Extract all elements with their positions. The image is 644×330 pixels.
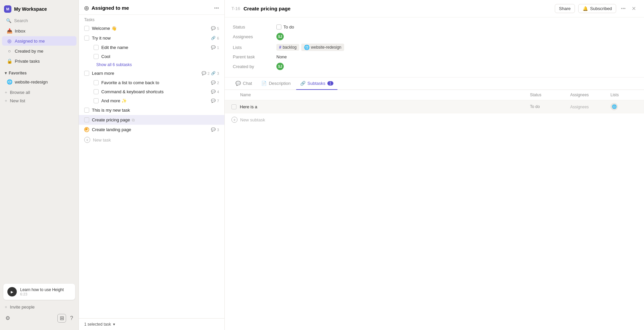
status-value[interactable]: To do bbox=[276, 24, 294, 30]
workspace-header[interactable]: M My Workspace bbox=[0, 3, 78, 15]
assignees-label: Assignees bbox=[233, 34, 276, 39]
new-task-label: New task bbox=[93, 138, 111, 143]
new-subtask-button[interactable]: + New subtask bbox=[225, 113, 644, 126]
workspace-name: My Workspace bbox=[14, 6, 47, 12]
comment-count: 5 bbox=[217, 26, 219, 31]
detail-panel: T-16 Create pricing page Share 🔔 Subscri… bbox=[225, 0, 644, 330]
lists-value[interactable]: # backlog 🌐 website-redesign bbox=[276, 44, 344, 51]
globe-list-icon: 🌐 bbox=[304, 45, 310, 50]
subtask-name: Favorite a list to come back to bbox=[101, 80, 208, 85]
list-item[interactable]: And more ✨ 💬 7 bbox=[79, 96, 224, 105]
new-task-button[interactable]: + New task bbox=[79, 134, 224, 145]
list-tag-backlog[interactable]: # backlog bbox=[276, 44, 299, 51]
sidebar-item-label: Assigned to me bbox=[15, 39, 45, 44]
parent-task-value[interactable]: None bbox=[276, 54, 287, 59]
subtask-checkbox[interactable] bbox=[94, 98, 99, 103]
collapse-icon[interactable]: ▾ bbox=[5, 71, 7, 75]
subtask-checkbox[interactable] bbox=[94, 54, 99, 59]
hash-icon: # bbox=[279, 45, 281, 50]
parent-task-label: Parent task bbox=[233, 54, 276, 59]
creator-avatar: SJ bbox=[276, 63, 284, 70]
sidebar-item-website-redesign[interactable]: 🌐 website-redesign bbox=[2, 77, 76, 87]
invite-people-link[interactable]: + Invite people bbox=[0, 302, 78, 312]
new-list-link[interactable]: + New list bbox=[0, 97, 78, 105]
comment-icon: 💬 bbox=[211, 90, 216, 94]
dropdown-icon[interactable]: ▾ bbox=[113, 322, 115, 327]
subscribed-button[interactable]: 🔔 Subscribed bbox=[578, 4, 616, 13]
task-checkbox[interactable] bbox=[84, 117, 89, 122]
show-subtasks-button[interactable]: Show all 6 subtasks bbox=[79, 61, 224, 68]
subtask-name-input[interactable] bbox=[240, 104, 530, 109]
task-checkbox[interactable] bbox=[84, 71, 89, 76]
subtask-checkbox[interactable] bbox=[94, 80, 99, 85]
table-row[interactable]: Create pricing page ⧉ bbox=[79, 115, 224, 125]
search-bar[interactable]: 🔍 Search bbox=[2, 16, 76, 25]
sidebar-item-assigned[interactable]: ◎ Assigned to me bbox=[2, 36, 76, 46]
subtask-row-checkbox[interactable] bbox=[231, 104, 236, 109]
task-list-title: Assigned to me bbox=[92, 5, 129, 11]
link-icon: 🔗 bbox=[211, 36, 216, 40]
task-meta: 💬 2 🔗 3 bbox=[202, 71, 219, 75]
task-checkbox[interactable] bbox=[84, 108, 89, 113]
task-checkbox[interactable] bbox=[84, 36, 89, 41]
plus-circle-icon: + bbox=[231, 117, 237, 123]
assigned-header-icon: ◎ bbox=[84, 5, 89, 11]
learn-card-title: Learn how to use Height bbox=[20, 287, 64, 292]
sidebar-item-private[interactable]: 🔒 Private tasks bbox=[2, 56, 76, 66]
subtask-checkbox[interactable] bbox=[94, 89, 99, 94]
chat-icon: 💬 bbox=[235, 81, 241, 86]
subtasks-icon: 🔗 bbox=[300, 81, 306, 86]
col-name-header: Name bbox=[240, 93, 251, 97]
list-item[interactable]: Cool bbox=[79, 52, 224, 61]
list-item[interactable]: Command & keyboard shortcuts 💬 4 bbox=[79, 87, 224, 96]
status-text: To do bbox=[283, 24, 294, 30]
sidebar-item-label: website-redesign bbox=[15, 79, 48, 85]
meta-assignees-row: Assignees SJ bbox=[233, 31, 636, 42]
browse-all-link[interactable]: + Browse all bbox=[0, 88, 78, 97]
tab-chat[interactable]: 💬 Chat bbox=[231, 77, 256, 90]
task-checkbox[interactable] bbox=[84, 26, 89, 31]
close-icon[interactable]: ✕ bbox=[630, 4, 637, 13]
subtask-assignees-cell[interactable]: Assignees bbox=[570, 104, 610, 109]
task-name: Learn more bbox=[92, 71, 199, 76]
play-button[interactable]: ▶ bbox=[7, 287, 17, 296]
comment-icon: 💬 bbox=[211, 99, 216, 103]
created-icon: ○ bbox=[7, 48, 12, 54]
table-row[interactable]: Try it now 🔗 6 bbox=[79, 33, 224, 43]
sidebar-item-created[interactable]: ○ Created by me bbox=[2, 46, 76, 56]
assignees-value[interactable]: SJ bbox=[276, 33, 284, 40]
subtask-row[interactable]: To do Assignees 🌐 bbox=[225, 100, 644, 113]
in-progress-status-icon bbox=[84, 127, 89, 132]
col-lists-header: Lists bbox=[610, 93, 637, 97]
subtask-status-cell[interactable]: To do bbox=[530, 104, 570, 109]
favorites-section: ▾ Favorites bbox=[0, 68, 78, 77]
learn-card[interactable]: ▶ Learn how to use Height 6:23 bbox=[3, 284, 75, 300]
settings-icon[interactable]: ⚙ bbox=[4, 314, 11, 323]
subtask-lists-cell[interactable]: 🌐 bbox=[610, 103, 637, 110]
table-row[interactable]: This is my new task bbox=[79, 105, 224, 115]
table-row[interactable]: Create landing page 💬 3 bbox=[79, 125, 224, 134]
more-options-icon[interactable]: ••• bbox=[620, 5, 627, 12]
detail-header: T-16 Create pricing page Share 🔔 Subscri… bbox=[225, 0, 644, 17]
tab-description[interactable]: 📄 Description bbox=[257, 77, 294, 90]
header-more-menu[interactable]: ••• bbox=[214, 5, 219, 11]
tab-subtasks[interactable]: 🔗 Subtasks 1 bbox=[296, 77, 337, 90]
subtask-meta: 💬 1 bbox=[211, 45, 219, 50]
plus-icon: + bbox=[5, 90, 7, 95]
list-item[interactable]: Edit the name 💬 1 bbox=[79, 43, 224, 52]
subtask-checkbox[interactable] bbox=[94, 45, 99, 50]
share-button[interactable]: Share bbox=[555, 4, 575, 13]
list-tag-website[interactable]: 🌐 website-redesign bbox=[301, 44, 344, 51]
private-icon: 🔒 bbox=[7, 58, 12, 64]
task-list-scroll: Tasks Welcome 👋 💬 5 Try it now 🔗 6 bbox=[79, 15, 224, 318]
table-row[interactable]: Learn more 💬 2 🔗 3 bbox=[79, 68, 224, 78]
subtask-meta: 💬 4 bbox=[211, 90, 219, 94]
sidebar-item-inbox[interactable]: 📥 Inbox bbox=[2, 26, 76, 36]
list-item[interactable]: Favorite a list to come back to 💬 2 bbox=[79, 78, 224, 87]
assigned-icon: ◎ bbox=[7, 38, 12, 44]
link-icon: 🔗 bbox=[211, 71, 216, 75]
task-meta: 🔗 6 bbox=[211, 36, 219, 40]
help-icon[interactable]: ? bbox=[69, 314, 74, 323]
table-row[interactable]: Welcome 👋 💬 5 bbox=[79, 23, 224, 33]
add-icon[interactable]: ⊞ bbox=[57, 314, 66, 323]
